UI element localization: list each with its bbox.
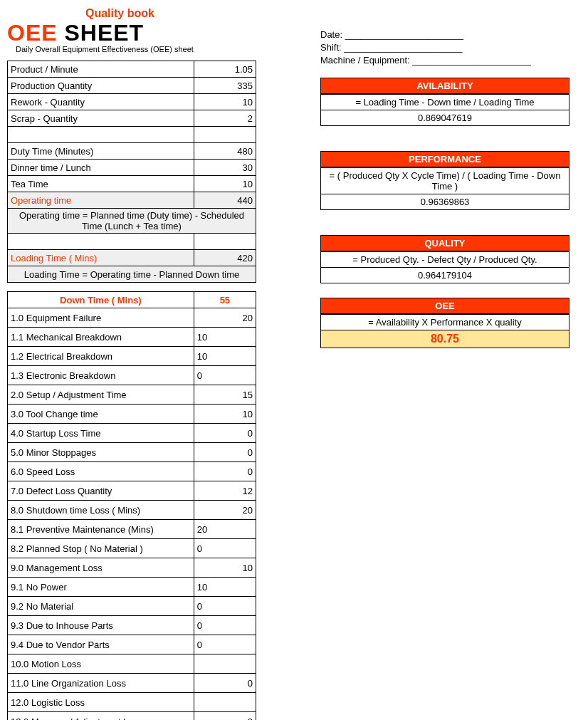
downtime-row-value: 20: [194, 308, 256, 328]
quality-title: QUALITY: [320, 235, 569, 251]
downtime-row-value: 0: [194, 635, 256, 654]
downtime-row-value: 0: [194, 366, 256, 385]
downtime-row-label: 7.0 Defect Loss Quantity: [8, 481, 194, 501]
oee-panel: OEE = Availability X Performance X quali…: [320, 298, 569, 348]
downtime-row-value: 15: [194, 385, 256, 405]
downtime-table: Down Time ( Mins) 55 1.0 Equipment Failu…: [7, 291, 256, 720]
lunch-val: 30: [194, 160, 256, 176]
availability-panel: AVILABILITY = Loading Time - Down time /…: [320, 78, 569, 126]
downtime-row-label: 12.0 Logistic Loss: [8, 693, 194, 712]
downtime-row-value: 10: [194, 347, 256, 366]
downtime-row-label: 8.0 Shutdown time Loss ( Mins): [8, 501, 194, 520]
downtime-row-label: 9.1 No Power: [8, 578, 194, 597]
logo-title: OEE SHEET: [7, 20, 256, 46]
downtime-row-label: 6.0 Speed Loss: [8, 462, 194, 481]
downtime-header: Down Time ( Mins): [8, 292, 194, 308]
sc-label: Scrap - Quantity: [8, 110, 194, 127]
production-table: Product / Minute1.05 Production Quantity…: [7, 61, 256, 283]
performance-title: PERFORMANCE: [320, 151, 569, 167]
downtime-row-value: 20: [194, 501, 256, 520]
meta-machine: Machine / Equipment: ___________________…: [320, 54, 569, 67]
downtime-row-label: 1.3 Electronic Breakdown: [8, 366, 194, 385]
downtime-row-value: 0: [194, 424, 256, 443]
rw-label: Rework - Quantity: [8, 94, 194, 110]
downtime-row-value: 0: [194, 443, 256, 462]
quality-panel: QUALITY = Produced Qty. - Defect Qty / P…: [320, 235, 569, 283]
downtime-row-label: 9.2 No Material: [8, 597, 194, 616]
downtime-row-value: 10: [194, 558, 256, 578]
oee-title: OEE: [320, 298, 569, 314]
downtime-row-value: 10: [194, 328, 256, 347]
downtime-row-value: 10: [194, 578, 256, 597]
meta-block: Date: _______________________ Shift: ___…: [320, 7, 569, 68]
availability-value: 0.869047619: [320, 110, 569, 126]
downtime-row-label: 1.1 Mechanical Breakdown: [8, 328, 194, 347]
downtime-row-value: 0: [194, 539, 256, 558]
load-label: Loading Time ( Mins): [8, 250, 194, 266]
ppm-label: Product / Minute: [8, 61, 194, 78]
downtime-total: 55: [194, 292, 256, 308]
oee-formula: = Availability X Performance X quality: [320, 314, 569, 330]
downtime-row-value: 0: [194, 616, 256, 635]
downtime-row-label: 2.0 Setup / Adjustment Time: [8, 385, 194, 405]
downtime-row-value: [194, 654, 256, 674]
availability-formula: = Loading Time - Down time / Loading Tim…: [320, 94, 569, 110]
performance-value: 0.96369863: [320, 194, 569, 210]
downtime-row-label: 9.0 Management Loss: [8, 558, 194, 578]
downtime-row-label: 9.3 Due to Inhouse Parts: [8, 616, 194, 635]
pq-label: Production Quantity: [8, 78, 194, 94]
logo-subtitle: Daily Overall Equipment Effectiveness (O…: [7, 45, 256, 53]
pq-val: 335: [194, 78, 256, 94]
op-label: Operating time: [8, 192, 194, 209]
availability-title: AVILABILITY: [320, 78, 569, 94]
downtime-row-value: 0: [194, 462, 256, 481]
downtime-row-label: 10.0 Motion Loss: [8, 654, 194, 674]
sc-val: 2: [194, 110, 256, 127]
tea-val: 10: [194, 176, 256, 192]
downtime-row-value: 20: [194, 520, 256, 539]
performance-panel: PERFORMANCE = ( Produced Qty X Cycle Tim…: [320, 151, 569, 210]
downtime-row-label: 13.0 Measure / Adjustment Loss: [8, 712, 194, 721]
tea-label: Tea Time: [8, 176, 194, 192]
meta-date: Date: _______________________: [320, 28, 569, 41]
op-val: 440: [194, 192, 256, 209]
logo-top: Quality book: [85, 7, 256, 20]
op-formula: Operating time = Planned time (Duty time…: [8, 209, 256, 234]
performance-formula: = ( Produced Qty X Cycle Time) / ( Loadi…: [320, 167, 569, 194]
downtime-row-value: 12: [194, 481, 256, 501]
downtime-row-value: 0: [194, 597, 256, 616]
downtime-row-label: 9.4 Due to Vendor Parts: [8, 635, 194, 654]
load-val: 420: [194, 250, 256, 266]
downtime-row-label: 4.0 Startup Loss Time: [8, 424, 194, 443]
downtime-row-value: [194, 693, 256, 712]
logo-oee: OEE: [7, 20, 58, 46]
downtime-row-label: 3.0 Tool Change time: [8, 405, 194, 424]
logo-sheet: SHEET: [64, 20, 144, 46]
ppm-val: 1.05: [194, 61, 256, 78]
meta-shift: Shift: _______________________: [320, 41, 569, 54]
downtime-row-label: 5.0 Minor Stoppages: [8, 443, 194, 462]
downtime-row-value: 10: [194, 405, 256, 424]
downtime-row-label: 11.0 Line Organization Loss: [8, 674, 194, 693]
rw-val: 10: [194, 94, 256, 110]
quality-value: 0.964179104: [320, 268, 569, 283]
downtime-row-value: 0: [194, 712, 256, 721]
downtime-row-value: 0: [194, 674, 256, 693]
lunch-label: Dinner time / Lunch: [8, 160, 194, 176]
oee-value: 80.75: [320, 330, 569, 348]
duty-label: Duty Time (Minutes): [8, 143, 194, 160]
downtime-row-label: 8.1 Preventive Maintenance (Mins): [8, 520, 194, 539]
logo-block: Quality book OEE SHEET Daily Overall Equ…: [7, 7, 256, 53]
quality-formula: = Produced Qty. - Defect Qty / Produced …: [320, 251, 569, 268]
load-formula: Loading Time = Operating time - Planned …: [8, 266, 256, 283]
duty-val: 480: [194, 143, 256, 160]
downtime-row-label: 1.0 Equipment Failure: [8, 308, 194, 328]
downtime-row-label: 1.2 Electrical Breakdown: [8, 347, 194, 366]
downtime-row-label: 8.2 Planned Stop ( No Material ): [8, 539, 194, 558]
